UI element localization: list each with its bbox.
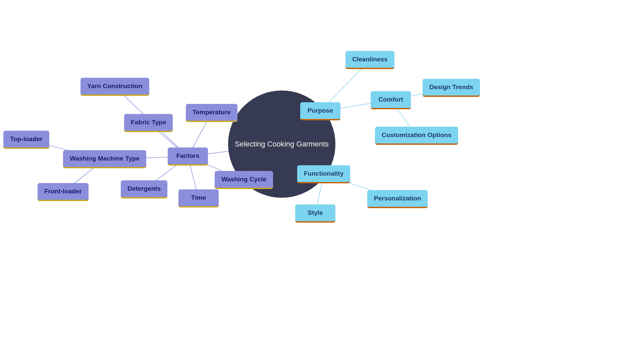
functionality-node[interactable]: Functionality [297, 165, 350, 183]
personalization-node[interactable]: Personalization [367, 190, 428, 208]
washing-machine-node[interactable]: Washing Machine Type [63, 150, 146, 168]
customization-node[interactable]: Customization Options [375, 127, 458, 145]
top-loader-node[interactable]: Top-loader [3, 131, 49, 149]
washing-cycle-node[interactable]: Washing Cycle [215, 171, 273, 189]
style-node[interactable]: Style [295, 204, 335, 223]
yarn-construction-node[interactable]: Yarn Construction [80, 78, 149, 96]
detergents-node[interactable]: Detergents [121, 180, 167, 198]
purpose-node[interactable]: Purpose [300, 102, 340, 120]
temperature-node[interactable]: Temperature [186, 104, 237, 122]
cleanliness-node[interactable]: Cleanliness [345, 51, 394, 69]
fabric-type-node[interactable]: Fabric Type [124, 114, 173, 132]
comfort-node[interactable]: Comfort [371, 91, 411, 109]
design-trends-node[interactable]: Design Trends [423, 79, 480, 97]
time-node[interactable]: Time [178, 189, 219, 207]
front-loader-node[interactable]: Front-loader [38, 183, 89, 201]
factors-node[interactable]: Factors [168, 147, 208, 166]
